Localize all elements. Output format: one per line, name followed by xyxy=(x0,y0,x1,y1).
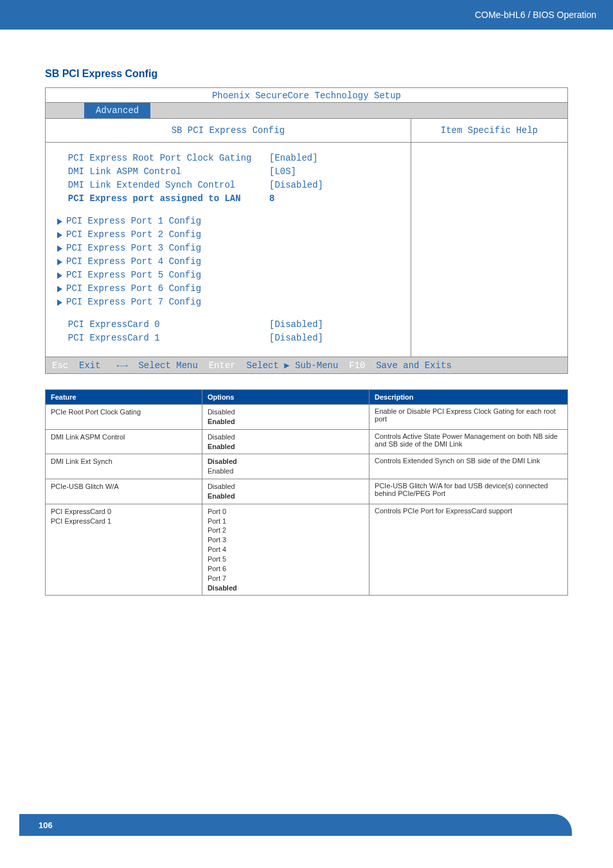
table-header-description: Description xyxy=(369,390,568,405)
cell-description: Enable or Disable PCI Express Clock Gati… xyxy=(369,405,568,430)
table-row: PCIe-USB Glitch W/ADisabledEnabledPCIe-U… xyxy=(46,479,568,504)
bios-key-enter: Enter xyxy=(209,360,236,371)
bios-submenu-item[interactable]: PCI Express Port 4 Config xyxy=(57,255,399,269)
bios-left-header: SB PCI Express Config xyxy=(46,119,411,143)
breadcrumb: COMe-bHL6 / BIOS Operation xyxy=(0,0,613,30)
bios-setting-item[interactable]: DMI Link Extended Synch Control[Disabled… xyxy=(57,179,399,192)
bios-item-label: PCI Express Port 3 Config xyxy=(57,242,269,255)
bios-left-pane: SB PCI Express Config PCI Express Root P… xyxy=(46,119,411,357)
table-row: DMI Link ASPM ControlDisabledEnabledCont… xyxy=(46,429,568,454)
cell-description: PCIe-USB Glitch W/A for bad USB device(s… xyxy=(369,479,568,504)
feature-table: Feature Options Description PCIe Root Po… xyxy=(45,389,568,596)
bios-item-label: PCI ExpressCard 1 xyxy=(57,332,269,345)
submenu-arrow-icon xyxy=(57,299,62,306)
bios-help-header: Item Specific Help xyxy=(411,119,567,143)
cell-description: Controls PCIe Port for ExpressCard suppo… xyxy=(369,504,568,596)
bios-item-value: [Enabled] xyxy=(269,152,318,165)
bios-submenu-item[interactable]: PCI Express Port 7 Config xyxy=(57,296,399,309)
bios-item-value: [Disabled] xyxy=(269,179,323,192)
bios-submenu-item[interactable]: PCI Express Port 3 Config xyxy=(57,242,399,255)
submenu-arrow-icon xyxy=(57,272,62,279)
submenu-arrow-icon xyxy=(57,218,62,225)
bios-item-label: PCI Express Port 1 Config xyxy=(57,215,269,228)
bios-screenshot: Phoenix SecureCore Technology Setup Adva… xyxy=(45,87,568,374)
bios-item-label: PCI Express Port 2 Config xyxy=(57,228,269,242)
bios-content: SB PCI Express Config PCI Express Root P… xyxy=(46,119,567,357)
bios-action-select: Select ▶ Sub-Menu xyxy=(247,360,339,371)
bios-item-label: DMI Link ASPM Control xyxy=(57,165,269,179)
cell-description: Controls Active State Power Management o… xyxy=(369,429,568,454)
bios-item-label: PCI Express Port 6 Config xyxy=(57,282,269,296)
cell-feature: DMI Link ASPM Control xyxy=(46,429,202,454)
submenu-arrow-icon xyxy=(57,259,62,265)
table-row: DMI Link Ext SynchDisabledEnabledControl… xyxy=(46,454,568,479)
submenu-arrow-icon xyxy=(57,245,62,252)
bios-action-exit: Exit ←→ Select Menu xyxy=(79,360,198,371)
bios-item-value: 8 xyxy=(269,192,274,206)
page-footer-bar: 106 xyxy=(19,814,572,836)
bios-item-label: PCI Express port assigned to LAN xyxy=(57,192,269,206)
table-header-feature: Feature xyxy=(46,390,202,405)
bios-item-value: [Disabled] xyxy=(269,332,323,345)
bios-help-body xyxy=(411,143,567,161)
bios-title: Phoenix SecureCore Technology Setup xyxy=(46,88,567,103)
bios-setting-item[interactable]: PCI Express Root Port Clock Gating[Enabl… xyxy=(57,152,399,165)
table-header-row: Feature Options Description xyxy=(46,390,568,405)
bios-item-label: PCI Express Port 5 Config xyxy=(57,269,269,282)
submenu-arrow-icon xyxy=(57,232,62,238)
cell-options: DisabledEnabled xyxy=(202,479,369,504)
table-header-options: Options xyxy=(202,390,369,405)
bios-key-esc: Esc xyxy=(52,360,68,371)
cell-description: Controls Extended Synch on SB side of th… xyxy=(369,454,568,479)
main-content: SB PCI Express Config Phoenix SecureCore… xyxy=(0,30,613,621)
table-row: PCIe Root Port Clock GatingDisabledEnabl… xyxy=(46,405,568,430)
bios-submenu-item[interactable]: PCI Express Port 6 Config xyxy=(57,282,399,296)
cell-feature: PCI ExpressCard 0PCI ExpressCard 1 xyxy=(46,504,202,596)
cell-options: DisabledEnabled xyxy=(202,429,369,454)
page-number: 106 xyxy=(39,820,53,830)
bios-setting-item[interactable]: PCI ExpressCard 0[Disabled] xyxy=(57,318,399,332)
bios-submenu-item[interactable]: PCI Express Port 5 Config xyxy=(57,269,399,282)
cell-options: DisabledEnabled xyxy=(202,454,369,479)
bios-item-value: [L0S] xyxy=(269,165,296,179)
bios-action-save: Save and Exits xyxy=(376,360,452,371)
cell-options: DisabledEnabled xyxy=(202,405,369,430)
table-row: PCI ExpressCard 0PCI ExpressCard 1Port 0… xyxy=(46,504,568,596)
bios-gap xyxy=(57,206,399,215)
bios-submenu-item[interactable]: PCI Express Port 2 Config xyxy=(57,228,399,242)
bios-setting-item[interactable]: DMI Link ASPM Control[L0S] xyxy=(57,165,399,179)
bios-key-f10: F10 xyxy=(349,360,365,371)
bios-help-pane: Item Specific Help xyxy=(411,119,567,357)
page-footer: 106 xyxy=(0,814,613,851)
bios-item-label: PCI Express Root Port Clock Gating xyxy=(57,152,269,165)
bios-setting-item[interactable]: PCI ExpressCard 1[Disabled] xyxy=(57,332,399,345)
bios-tab-advanced[interactable]: Advanced xyxy=(84,103,150,118)
cell-options: Port 0Port 1Port 2Port 3Port 4Port 5Port… xyxy=(202,504,369,596)
submenu-arrow-icon xyxy=(57,286,62,292)
bios-settings-body: PCI Express Root Port Clock Gating[Enabl… xyxy=(46,143,411,357)
bios-tabs: Advanced xyxy=(46,103,567,119)
bios-item-label: PCI Express Port 7 Config xyxy=(57,296,269,309)
bios-submenu-item[interactable]: PCI Express Port 1 Config xyxy=(57,215,399,228)
page-header-bar: COMe-bHL6 / BIOS Operation xyxy=(0,0,613,30)
bios-setting-item[interactable]: PCI Express port assigned to LAN8 xyxy=(57,192,399,206)
bios-item-label: PCI ExpressCard 0 xyxy=(57,318,269,332)
bios-tab-spacer xyxy=(46,103,84,118)
bios-item-label: DMI Link Extended Synch Control xyxy=(57,179,269,192)
cell-feature: PCIe-USB Glitch W/A xyxy=(46,479,202,504)
cell-feature: PCIe Root Port Clock Gating xyxy=(46,405,202,430)
bios-item-value: [Disabled] xyxy=(269,318,323,332)
bios-footer: Esc Exit ←→ Select Menu Enter Select ▶ S… xyxy=(46,357,567,373)
bios-gap xyxy=(57,309,399,318)
bios-item-label: PCI Express Port 4 Config xyxy=(57,255,269,269)
section-title: SB PCI Express Config xyxy=(45,68,568,80)
cell-feature: DMI Link Ext Synch xyxy=(46,454,202,479)
